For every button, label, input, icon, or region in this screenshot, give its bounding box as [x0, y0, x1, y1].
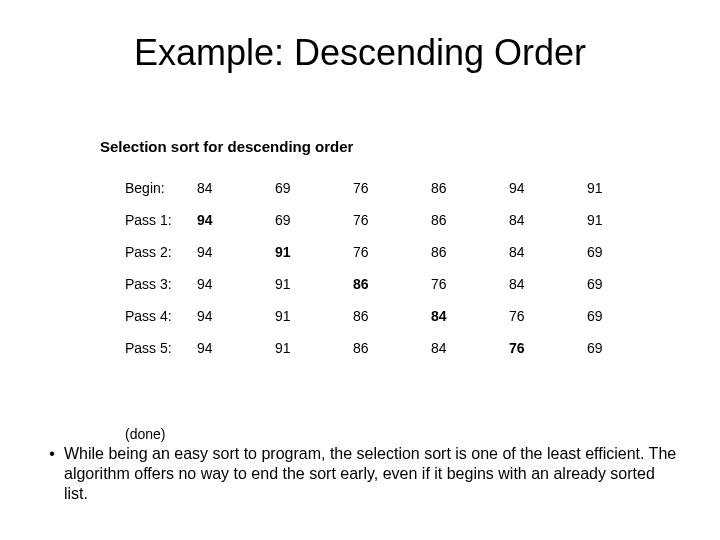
cell: 76 — [353, 236, 431, 268]
cell: 84 — [431, 300, 509, 332]
row-label: Pass 4: — [125, 300, 197, 332]
cell: 86 — [353, 268, 431, 300]
row-label: Pass 5: — [125, 332, 197, 364]
sort-table: Begin:846976869491Pass 1:946976868491Pas… — [125, 172, 665, 364]
cell: 69 — [587, 268, 665, 300]
cell: 94 — [509, 172, 587, 204]
cell: 86 — [353, 332, 431, 364]
cell: 69 — [587, 332, 665, 364]
cell: 86 — [431, 204, 509, 236]
cell: 69 — [275, 204, 353, 236]
cell: 91 — [275, 268, 353, 300]
cell: 94 — [197, 300, 275, 332]
bullet-item: • While being an easy sort to program, t… — [40, 444, 680, 504]
cell: 86 — [353, 300, 431, 332]
cell: 86 — [431, 236, 509, 268]
cell: 69 — [275, 172, 353, 204]
table-row: Pass 4:949186847669 — [125, 300, 665, 332]
bullet-text: While being an easy sort to program, the… — [64, 444, 680, 504]
table-row: Pass 2:949176868469 — [125, 236, 665, 268]
cell: 94 — [197, 236, 275, 268]
table-row: Pass 5:949186847669 — [125, 332, 665, 364]
cell: 76 — [353, 204, 431, 236]
cell: 69 — [587, 300, 665, 332]
cell: 91 — [587, 172, 665, 204]
cell: 76 — [353, 172, 431, 204]
slide: Example: Descending Order Selection sort… — [0, 0, 720, 540]
table-row: Pass 3:949186768469 — [125, 268, 665, 300]
cell: 91 — [587, 204, 665, 236]
cell: 91 — [275, 300, 353, 332]
cell: 76 — [431, 268, 509, 300]
cell: 76 — [509, 332, 587, 364]
row-label: Pass 2: — [125, 236, 197, 268]
cell: 94 — [197, 268, 275, 300]
cell: 76 — [509, 300, 587, 332]
row-label: Pass 3: — [125, 268, 197, 300]
done-label: (done) — [125, 426, 165, 442]
cell: 91 — [275, 236, 353, 268]
cell: 84 — [509, 204, 587, 236]
bullet-icon: • — [40, 444, 64, 464]
row-label: Pass 1: — [125, 204, 197, 236]
cell: 69 — [587, 236, 665, 268]
subtitle: Selection sort for descending order — [100, 138, 353, 155]
table-row: Begin:846976869491 — [125, 172, 665, 204]
cell: 84 — [509, 236, 587, 268]
cell: 84 — [509, 268, 587, 300]
cell: 84 — [197, 172, 275, 204]
cell: 86 — [431, 172, 509, 204]
cell: 91 — [275, 332, 353, 364]
page-title: Example: Descending Order — [0, 32, 720, 74]
cell: 94 — [197, 204, 275, 236]
cell: 84 — [431, 332, 509, 364]
cell: 94 — [197, 332, 275, 364]
table-row: Pass 1:946976868491 — [125, 204, 665, 236]
row-label: Begin: — [125, 172, 197, 204]
